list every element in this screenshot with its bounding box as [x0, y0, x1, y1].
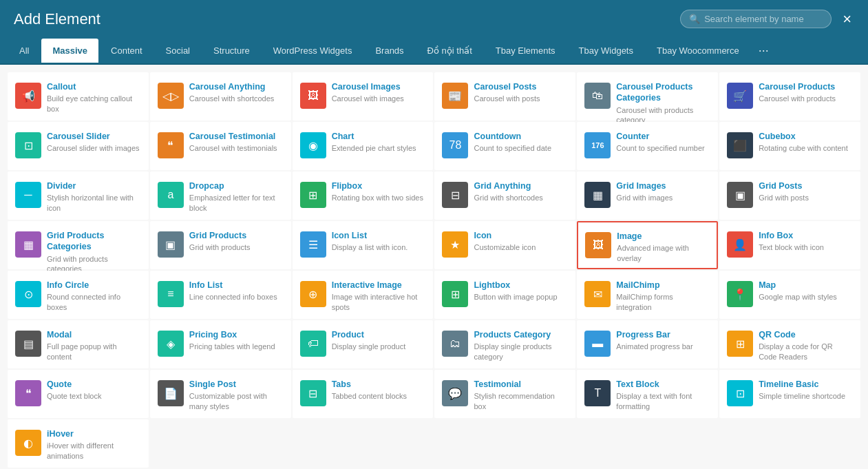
element-item[interactable]: ⊕Interactive ImageImage with interactive…: [293, 271, 434, 319]
element-desc: Carousel with images: [332, 94, 426, 104]
tab-social[interactable]: Social: [155, 39, 201, 63]
element-item[interactable]: ◁▷Carousel AnythingCarousel with shortco…: [150, 72, 291, 121]
element-item[interactable]: 176CounterCount to specified number: [577, 122, 718, 170]
tab-massive[interactable]: Massive: [41, 39, 98, 63]
element-icon: 👤: [727, 231, 753, 258]
tab-brands[interactable]: Brands: [364, 39, 414, 63]
element-name: Grid Images: [616, 180, 710, 191]
element-item[interactable]: ─DividerStylish horizontal line with ico…: [8, 171, 149, 220]
element-item[interactable]: TText BlockDisplay a text with font form…: [577, 370, 718, 418]
tab-wordpress-widgets[interactable]: WordPress Widgets: [262, 39, 363, 63]
element-item[interactable]: ▣Grid PostsGrid with posts: [719, 171, 860, 220]
element-item[interactable]: 📰Carousel PostsCarousel with posts: [434, 72, 575, 121]
tab-all[interactable]: All: [8, 39, 40, 63]
element-icon: 🖼: [300, 83, 326, 109]
element-item[interactable]: 👤Info BoxText block with icon: [719, 221, 860, 269]
element-desc: Display single product: [332, 342, 426, 352]
element-icon: 🗂: [442, 331, 468, 357]
element-icon: 🛍: [584, 83, 611, 109]
element-icon: 📢: [15, 83, 41, 109]
element-item[interactable]: 🏷ProductDisplay single product: [293, 320, 434, 368]
search-box[interactable]: 🔍: [680, 10, 832, 28]
element-item[interactable]: ⊞LightboxButton with image popup: [434, 271, 575, 319]
element-item[interactable]: ⬛CubeboxRotating cube with content: [719, 122, 860, 170]
element-item[interactable]: ≡Info ListLine connected info boxes: [150, 271, 291, 319]
tab-tbay-woocommerce[interactable]: Tbay Woocommerce: [646, 39, 750, 63]
element-name: Cubebox: [759, 131, 853, 142]
element-text: Products CategoryDisplay single products…: [474, 329, 568, 362]
element-item[interactable]: ▬Progress BarAnimated progress bar: [577, 320, 718, 368]
element-icon: ▦: [15, 231, 41, 258]
close-button[interactable]: ×: [840, 12, 854, 27]
element-item[interactable]: ▦Grid Products CategoriesGrid with produ…: [8, 221, 149, 269]
element-name: Quote: [47, 379, 141, 390]
element-name: Testimonial: [474, 379, 568, 390]
element-item[interactable]: ☰Icon ListDisplay a list with icon.: [293, 221, 434, 269]
element-text: LightboxButton with image popup: [474, 280, 568, 302]
element-name: Carousel Products Categories: [616, 81, 710, 104]
element-item[interactable]: ❝Carousel TestimonialCarousel with testi…: [150, 122, 291, 170]
search-input[interactable]: [704, 14, 823, 24]
content-area: 📢CalloutBuild eye catching callout box◁▷…: [0, 65, 868, 469]
element-text: Grid AnythingGrid with shortcodes: [474, 180, 568, 203]
tab-structure[interactable]: Structure: [202, 39, 261, 63]
element-item[interactable]: ⊞QR CodeDisplay a code for QR Code Reade…: [719, 320, 860, 368]
element-item[interactable]: ★IconCustomizable icon: [434, 221, 575, 269]
element-item[interactable]: 78CountdownCount to specified date: [434, 122, 575, 170]
element-text: CounterCount to specified number: [616, 131, 710, 154]
element-item[interactable]: ⊡Carousel SliderCarousel slider with ima…: [8, 122, 149, 170]
element-icon: 📄: [158, 380, 184, 406]
element-text: Carousel SliderCarousel slider with imag…: [47, 131, 141, 154]
element-text: Single PostCustomizable post with many s…: [189, 379, 284, 412]
element-item[interactable]: ▣Grid ProductsGrid with products: [150, 221, 291, 269]
element-item[interactable]: 📍MapGoogle map with styles: [719, 271, 860, 319]
element-desc: Rotating box with two sides: [332, 193, 426, 203]
element-item[interactable]: 🗂Products CategoryDisplay single product…: [434, 320, 575, 368]
element-item[interactable]: ✉MailChimpMailChimp forms integration: [577, 271, 718, 319]
element-item[interactable]: 🛍Carousel Products CategoriesCarousel wi…: [577, 72, 718, 121]
tab-tbay-elements[interactable]: Tbay Elements: [485, 39, 567, 63]
element-icon: ⊡: [15, 132, 41, 158]
element-desc: Extended pie chart styles: [332, 143, 426, 154]
element-text: Carousel Products CategoriesCarousel wit…: [616, 81, 710, 125]
element-item[interactable]: ⊡Timeline BasicSimple timeline shortcode: [719, 370, 860, 418]
element-item[interactable]: ▤ModalFull page popup with content: [8, 320, 149, 368]
element-icon: 🖼: [585, 232, 611, 258]
element-item[interactable]: ⊟Grid AnythingGrid with shortcodes: [434, 171, 575, 220]
element-item[interactable]: 🖼Carousel ImagesCarousel with images: [293, 72, 434, 121]
element-item[interactable]: ⊙Info CircleRound connected info boxes: [8, 271, 149, 319]
element-desc: Display a code for QR Code Readers: [759, 342, 853, 362]
element-item[interactable]: aDropcapEmphasized letter for text block: [150, 171, 291, 220]
element-icon: ≡: [158, 281, 184, 307]
element-name: Modal: [47, 329, 141, 340]
tab-content[interactable]: Content: [100, 39, 154, 63]
element-icon: ⊡: [727, 380, 753, 406]
element-item[interactable]: 📢CalloutBuild eye catching callout box: [8, 72, 149, 121]
element-item[interactable]: 🖼ImageAdvanced image with overlay: [577, 221, 718, 269]
element-item[interactable]: ⊞FlipboxRotating box with two sides: [293, 171, 434, 220]
element-desc: Simple timeline shortcode: [759, 391, 853, 402]
element-desc: Display single products category: [474, 342, 568, 362]
element-desc: Full page popup with content: [47, 342, 141, 362]
tab-do-noi-that[interactable]: Đồ nội thất: [416, 39, 483, 63]
element-item[interactable]: ◉ChartExtended pie chart styles: [293, 122, 434, 170]
element-text: Grid ImagesGrid with images: [616, 180, 710, 203]
element-icon: ⬛: [727, 132, 753, 158]
element-item[interactable]: ◐iHoveriHover with different animations: [8, 419, 149, 468]
element-name: Pricing Box: [189, 329, 284, 340]
element-item[interactable]: ❝QuoteQuote text block: [8, 370, 149, 418]
element-item[interactable]: 🛒Carousel ProductsCarousel with products: [719, 72, 860, 121]
element-text: MailChimpMailChimp forms integration: [616, 280, 710, 313]
element-item[interactable]: ◈Pricing BoxPricing tables with legend: [150, 320, 291, 368]
element-text: ModalFull page popup with content: [47, 329, 141, 362]
element-item[interactable]: ⊟TabsTabbed content blocks: [293, 370, 434, 418]
tab-more[interactable]: ···: [752, 38, 776, 63]
element-text: ImageAdvanced image with overlay: [617, 231, 710, 264]
element-item[interactable]: ▦Grid ImagesGrid with images: [577, 171, 718, 220]
element-text: DividerStylish horizontal line with icon: [47, 180, 141, 213]
element-desc: Round connected info boxes: [47, 292, 141, 313]
element-text: iHoveriHover with different animations: [47, 428, 141, 461]
element-item[interactable]: 📄Single PostCustomizable post with many …: [150, 370, 291, 418]
tab-tbay-widgets[interactable]: Tbay Widgets: [568, 39, 644, 63]
element-item[interactable]: 💬TestimonialStylish recommendation box: [434, 370, 575, 418]
